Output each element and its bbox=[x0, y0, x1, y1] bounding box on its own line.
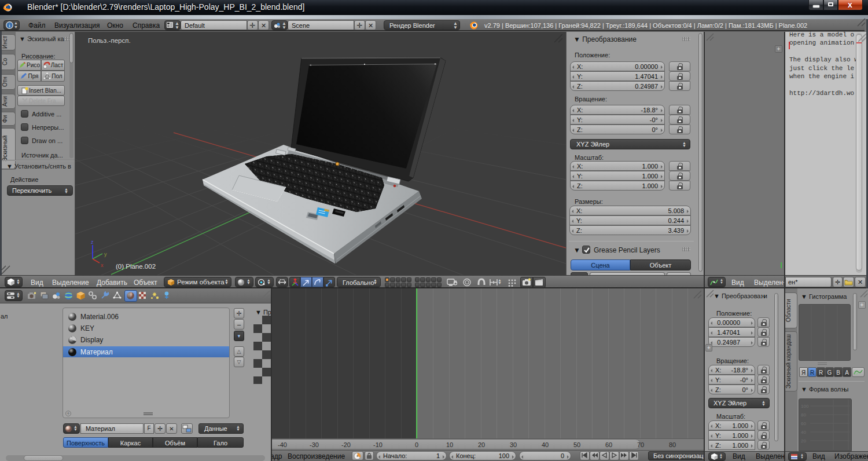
svg-text:y: y bbox=[104, 251, 107, 257]
svg-text:(0) Plane.002: (0) Plane.002 bbox=[116, 263, 156, 270]
svg-text:20: 20 bbox=[801, 438, 806, 444]
svg-text:60: 60 bbox=[801, 421, 806, 426]
svg-text:100: 100 bbox=[801, 404, 809, 409]
svg-text:Польз.-персп.: Польз.-персп. bbox=[88, 37, 131, 44]
svg-text:40: 40 bbox=[801, 430, 806, 435]
svg-text:x: x bbox=[101, 262, 104, 268]
svg-text:80: 80 bbox=[801, 412, 806, 418]
svg-text:z: z bbox=[91, 239, 94, 245]
